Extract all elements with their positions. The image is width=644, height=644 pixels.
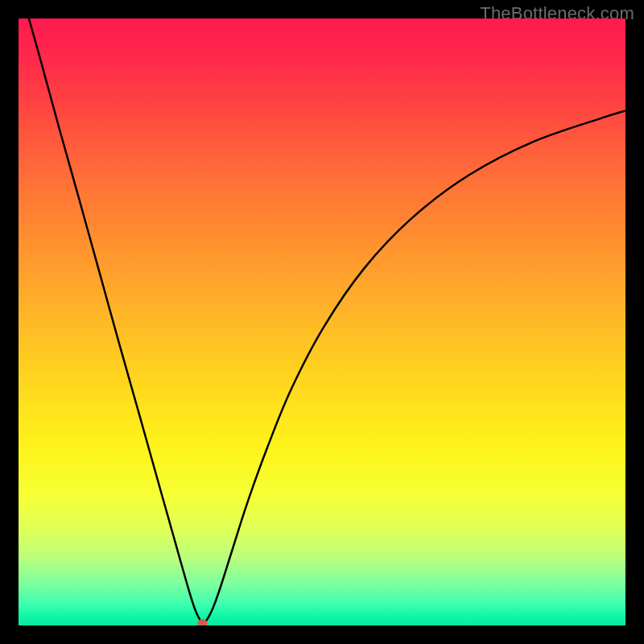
data-curve xyxy=(19,19,625,623)
chart-frame: TheBottleneck.com xyxy=(0,0,644,644)
chart-svg xyxy=(19,19,625,625)
plot-area xyxy=(19,19,625,625)
